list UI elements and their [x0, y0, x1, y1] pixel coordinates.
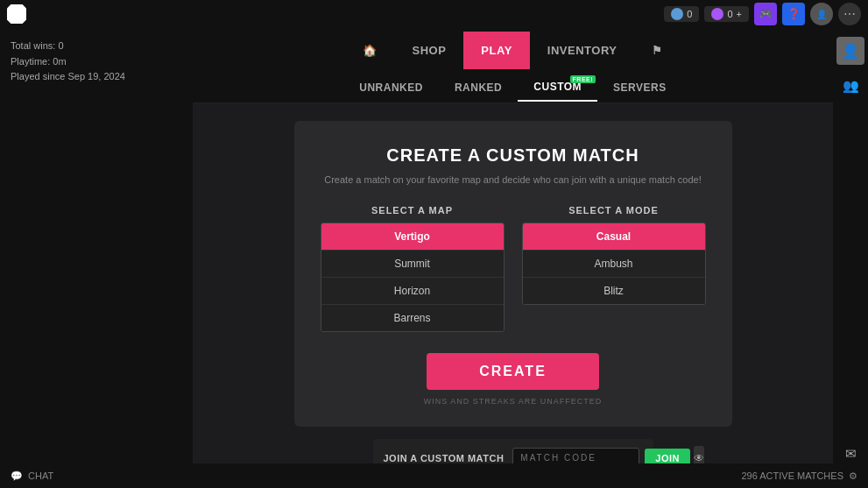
- roblox-logo: [7, 4, 26, 24]
- nav-flag[interactable]: ⚑: [634, 32, 681, 69]
- currency-amount-2: 0: [727, 9, 732, 19]
- top-bar-left: [7, 4, 26, 24]
- user-avatar-top[interactable]: 👤: [810, 3, 833, 25]
- map-item-horizon[interactable]: Horizon: [321, 278, 504, 305]
- total-wins: Total wins: 0: [11, 39, 182, 54]
- free-badge: FREE!: [570, 75, 596, 83]
- chat-label-text: CHAT: [28, 470, 53, 481]
- selectors-row: SELECT A MAP Vertigo Summit Horizon Barr…: [321, 205, 706, 332]
- mode-selector-list: Casual Ambush Blitz: [522, 223, 706, 305]
- chat-icon: 💬: [11, 470, 23, 482]
- join-label: JOIN A CUSTOM MATCH: [384, 453, 505, 463]
- map-selector-col: SELECT A MAP Vertigo Summit Horizon Barr…: [321, 205, 505, 332]
- wins-note: WINS AND STREAKS ARE UNAFFECTED: [424, 397, 603, 406]
- mail-icon[interactable]: ✉: [845, 446, 857, 462]
- mode-item-ambush[interactable]: Ambush: [523, 251, 705, 278]
- nav-inventory[interactable]: INVENTORY: [530, 32, 635, 69]
- sub-tab-ranked[interactable]: RANKED: [439, 74, 518, 101]
- currency-amount-1: 0: [687, 9, 692, 19]
- status-bar: 💬 CHAT 296 ACTIVE MATCHES ⚙: [0, 463, 868, 488]
- nav-shop[interactable]: SHOP: [395, 32, 464, 69]
- map-selector-list: Vertigo Summit Horizon Barrens: [321, 223, 505, 332]
- select-map-label: SELECT A MAP: [371, 205, 453, 216]
- coin-purple-icon: [711, 8, 723, 20]
- map-item-barrens[interactable]: Barrens: [321, 305, 504, 331]
- gamepad-icon-btn[interactable]: 🎮: [754, 3, 777, 25]
- currency-badge-2: 0 +: [704, 6, 749, 22]
- currency-plus: +: [737, 9, 742, 19]
- select-mode-label: SELECT A MODE: [568, 205, 659, 216]
- sidebar-people-icon[interactable]: 👥: [838, 74, 863, 98]
- create-button[interactable]: CREATE: [427, 353, 599, 390]
- player-stats: Total wins: 0 Playtime: 0m Played since …: [11, 39, 182, 85]
- nav-home[interactable]: 🏠: [345, 32, 395, 69]
- nav-play[interactable]: PLAY: [463, 32, 529, 69]
- currency-badge-1: 0: [664, 6, 699, 22]
- top-bar: 0 0 + 🎮 ❓ 👤 ⋯: [0, 0, 868, 28]
- sub-tab-custom[interactable]: CUSTOM FREE!: [518, 74, 597, 102]
- chat-toggle[interactable]: 💬 CHAT: [11, 470, 53, 482]
- dialog-subtitle: Create a match on your favorite map and …: [324, 173, 701, 187]
- dialog-card: CREATE A CUSTOM MATCH Create a match on …: [294, 121, 732, 427]
- played-since: Played since Sep 19, 2024: [11, 69, 182, 85]
- active-matches: 296 ACTIVE MATCHES ⚙: [741, 470, 857, 482]
- sub-tab-unranked[interactable]: UNRANKED: [343, 74, 439, 101]
- sub-tabs: UNRANKED RANKED CUSTOM FREE! SERVERS: [193, 72, 833, 103]
- map-item-vertigo[interactable]: Vertigo: [321, 223, 504, 251]
- sub-tab-servers[interactable]: SERVERS: [597, 74, 682, 101]
- nav-tabs: 🏠 SHOP PLAY INVENTORY ⚑: [193, 28, 833, 72]
- menu-dots-btn[interactable]: ⋯: [838, 3, 861, 25]
- sidebar-avatar[interactable]: 👤: [836, 37, 864, 65]
- dialog-title: CREATE A CUSTOM MATCH: [386, 145, 639, 166]
- coin-blue-icon: [671, 8, 683, 20]
- active-matches-text: 296 ACTIVE MATCHES: [741, 470, 843, 481]
- right-sidebar: 👤 👥 ✉: [833, 28, 868, 488]
- top-bar-right: 0 0 + 🎮 ❓ 👤 ⋯: [664, 3, 861, 25]
- match-icon: ⚙: [849, 470, 857, 482]
- mode-item-casual[interactable]: Casual: [523, 223, 705, 251]
- help-icon-btn[interactable]: ❓: [782, 3, 805, 25]
- playtime: Playtime: 0m: [11, 54, 182, 70]
- main-content: 🏠 SHOP PLAY INVENTORY ⚑ UNRANKED RANKED …: [193, 28, 833, 488]
- mode-item-blitz[interactable]: Blitz: [523, 278, 705, 304]
- mode-selector-col: SELECT A MODE Casual Ambush Blitz: [522, 205, 706, 332]
- left-sidebar: Total wins: 0 Playtime: 0m Played since …: [0, 28, 193, 488]
- map-item-summit[interactable]: Summit: [321, 251, 504, 278]
